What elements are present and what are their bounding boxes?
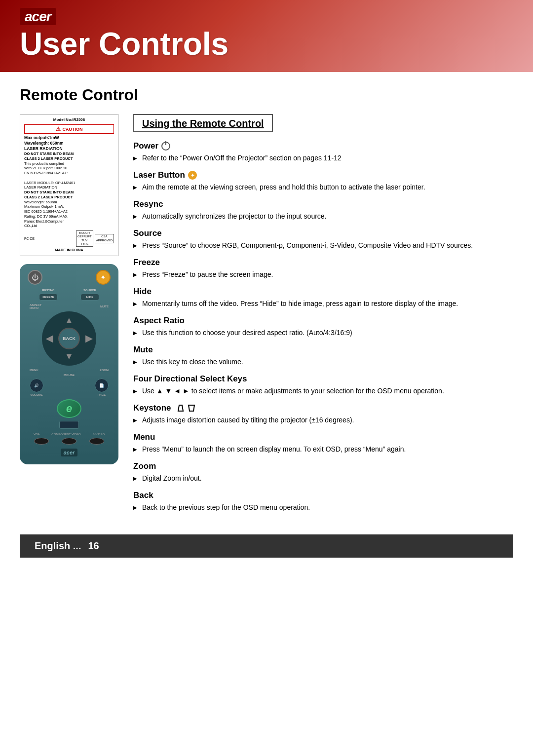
keystone-icon xyxy=(176,404,196,412)
control-desc-hide: Momentarily turns off the video. Press “… xyxy=(133,299,513,309)
control-desc-menu: Press “Menu” to launch the on screen dis… xyxy=(133,444,513,454)
control-item-laser: Laser Button Aim the remote at the viewi… xyxy=(133,170,513,192)
remote-dash-btn[interactable] xyxy=(59,421,79,429)
mute-label: MUTE xyxy=(100,305,109,308)
cert-badges: BASAFTGEPRÜFTTÜVTYPE CSAAPPROVED xyxy=(76,230,114,247)
control-desc-laser: Aim the remote at the viewing screen, pr… xyxy=(133,182,513,192)
control-heading-four-dir: Four Directional Select Keys xyxy=(133,374,513,384)
instructions-column: Using the Remote Control Power Refer to … xyxy=(133,114,513,520)
remote-source-label: SOURCE xyxy=(83,289,96,292)
nav-back-btn[interactable]: BACK xyxy=(58,328,80,349)
control-desc-zoom: Digital Zoom in/out. xyxy=(133,473,513,484)
control-item-aspect-ratio: Aspect Ratio Use this function to choose… xyxy=(133,316,513,338)
menu-label: MENU xyxy=(30,369,38,372)
control-item-zoom: Zoom Digital Zoom in/out. xyxy=(133,461,513,484)
control-item-power: Power Refer to the “Power On/Off the Pro… xyxy=(133,141,513,163)
remote-component-port xyxy=(62,438,76,445)
page-footer: English ... 16 xyxy=(20,534,513,558)
control-desc-aspect-ratio: Use this function to choose your desired… xyxy=(133,328,513,338)
svg-marker-1 xyxy=(189,405,194,411)
control-item-source: Source Press “Source” to choose RGB, Com… xyxy=(133,228,513,251)
control-item-back: Back Back to the previous step for the O… xyxy=(133,491,513,513)
remote-control-illustration: ⏻ ✦ RESYNC SOURCE FREEZE HIDE xyxy=(20,264,118,464)
control-heading-back: Back xyxy=(133,491,513,500)
remote-vga-port xyxy=(34,438,49,445)
control-heading-laser: Laser Button xyxy=(133,170,513,180)
control-desc-source: Press “Source” to choose RGB, Component-… xyxy=(133,240,513,251)
footer-page-number: 16 xyxy=(88,540,99,552)
control-desc-freeze: Press “Freeze” to pause the screen image… xyxy=(133,269,513,280)
control-item-mute: Mute Use this key to close the volume. xyxy=(133,345,513,367)
volume-label: VOLUME xyxy=(30,393,43,396)
control-heading-aspect-ratio: Aspect Ratio xyxy=(133,316,513,326)
remote-hide-btn[interactable]: HIDE xyxy=(80,294,99,301)
control-item-hide: Hide Momentarily turns off the video. Pr… xyxy=(133,287,513,309)
control-heading-keystone: Keystone xyxy=(133,403,513,413)
remote-resync-source-row: RESYNC SOURCE xyxy=(28,289,111,292)
power-icon xyxy=(161,142,170,151)
remote-menu-zoom-row: MENU ZOOM xyxy=(28,369,111,372)
control-heading-power: Power xyxy=(133,141,513,151)
footer-language: English ... xyxy=(35,540,81,552)
page-label: PAGE xyxy=(95,393,109,396)
caution-label-box: Model No:IR2508 ⚠ CAUTION Max output<1mW… xyxy=(20,114,118,256)
remote-power-btn[interactable]: ⏻ xyxy=(28,270,42,285)
caution-text: Max output<1mWWavelength: 650nmLASER RAD… xyxy=(24,135,114,228)
acer-logo-text: acer xyxy=(20,8,56,25)
remote-freeze-btn[interactable]: FREEZE xyxy=(39,294,58,301)
control-item-four-dir: Four Directional Select Keys Use ▲ ▼ ◄ ►… xyxy=(133,374,513,396)
svg-marker-0 xyxy=(178,405,183,411)
control-heading-menu: Menu xyxy=(133,432,513,442)
nav-down-arrow[interactable]: ▼ xyxy=(65,351,74,362)
using-remote-control-title: Using the Remote Control xyxy=(142,118,264,129)
nav-outer-ring: ▲ ▼ ◀ ▶ BACK xyxy=(42,311,96,366)
control-desc-keystone: Adjusts image distortion caused by tilti… xyxy=(133,415,513,425)
section-title: Remote Control xyxy=(20,86,513,104)
remote-ekey-btn[interactable]: e xyxy=(57,399,81,418)
control-heading-mute: Mute xyxy=(133,345,513,355)
ratio-label: RATIO xyxy=(30,306,41,309)
warning-triangle-icon: ⚠ xyxy=(56,125,61,133)
page-title: User Controls xyxy=(20,27,513,61)
remote-laser-btn[interactable]: ✦ xyxy=(96,270,111,285)
two-column-layout: Model No:IR2508 ⚠ CAUTION Max output<1mW… xyxy=(20,114,513,520)
nav-up-arrow[interactable]: ▲ xyxy=(65,315,74,326)
nav-left-arrow[interactable]: ◀ xyxy=(46,333,53,344)
control-item-resync: Resync Automatically synchronizes the pr… xyxy=(133,199,513,222)
remote-vol-btn[interactable]: 🔊 xyxy=(30,378,43,392)
caution-label: CAUTION xyxy=(63,126,83,132)
remote-acer-logo: acer xyxy=(61,449,78,456)
remote-input-labels: VGA COMPONENT VIDEO S-VIDEO xyxy=(28,433,111,436)
control-heading-freeze: Freeze xyxy=(133,258,513,267)
remote-acer-footer: acer xyxy=(28,447,111,456)
mouse-label: MOUSE xyxy=(64,374,75,377)
remote-nav-cluster: ▲ ▼ ◀ ▶ BACK xyxy=(42,311,96,366)
model-number: Model No:IR2508 xyxy=(24,117,114,123)
remote-vol-page-row: 🔊 VOLUME 📄 PAGE xyxy=(28,378,111,396)
nav-right-arrow[interactable]: ▶ xyxy=(85,333,92,344)
control-desc-mute: Use this key to close the volume. xyxy=(133,357,513,367)
control-item-menu: Menu Press “Menu” to launch the on scree… xyxy=(133,432,513,454)
page-header: acer User Controls xyxy=(0,0,533,72)
remote-bottom-inputs xyxy=(28,438,111,445)
control-desc-back: Back to the previous step for the OSD me… xyxy=(133,502,513,513)
remote-page-btn[interactable]: 📄 xyxy=(95,378,109,392)
remote-aspect-mute-row: ASPECT RATIO MUTE xyxy=(28,303,111,309)
laser-icon xyxy=(188,171,197,180)
zoom-label: ZOOM xyxy=(100,369,109,372)
remote-images-column: Model No:IR2508 ⚠ CAUTION Max output<1mW… xyxy=(20,114,118,464)
control-desc-four-dir: Use ▲ ▼ ◄ ► to select items or make adju… xyxy=(133,386,513,396)
caution-header: ⚠ CAUTION xyxy=(24,124,114,134)
acer-logo: acer xyxy=(20,9,56,25)
remote-svideo-port xyxy=(89,438,104,445)
remote-top-buttons: ⏻ ✦ xyxy=(28,270,111,285)
control-desc-resync: Automatically synchronizes the projector… xyxy=(133,211,513,222)
made-in: MADE IN CHINA xyxy=(24,248,114,253)
control-item-keystone: Keystone Adjusts image distortion caused… xyxy=(133,403,513,425)
control-desc-power: Refer to the “Power On/Off the Projector… xyxy=(133,153,513,163)
control-heading-resync: Resync xyxy=(133,199,513,209)
remote-resync-label: RESYNC xyxy=(42,289,54,292)
control-heading-hide: Hide xyxy=(133,287,513,297)
control-heading-zoom: Zoom xyxy=(133,461,513,471)
control-heading-source: Source xyxy=(133,228,513,238)
